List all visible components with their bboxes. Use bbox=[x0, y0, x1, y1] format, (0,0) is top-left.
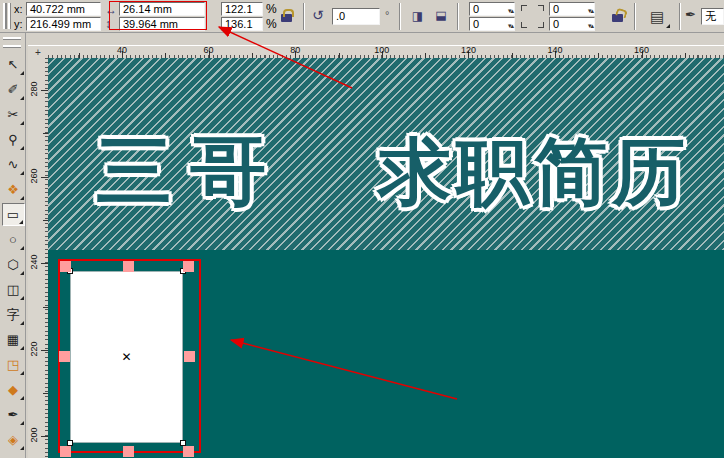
basic-shapes-icon: ◫ bbox=[7, 282, 19, 297]
y-label: y: bbox=[14, 18, 23, 30]
scale-lock-icon[interactable] bbox=[281, 14, 292, 22]
mirror-vertical-icon: ◨ bbox=[433, 11, 450, 22]
crop-tool[interactable]: ✂ bbox=[2, 103, 25, 126]
vertical-ruler[interactable]: 280260240220200 bbox=[28, 58, 48, 458]
ruler-label: 260 bbox=[29, 161, 39, 191]
node-edit-icon: ✐ bbox=[8, 82, 19, 97]
pick-tool[interactable]: ↖ bbox=[2, 53, 25, 76]
outline-pen-icon: ✒ bbox=[8, 407, 19, 422]
blend-icon: ◳ bbox=[7, 357, 19, 372]
ruler-tick bbox=[41, 263, 48, 264]
table-icon: ▦ bbox=[7, 332, 19, 347]
ruler-label: 240 bbox=[29, 247, 39, 277]
corner-radius-bottom-left-field[interactable]: 0▾▴ bbox=[469, 17, 515, 31]
interactive-blend-tool[interactable]: ◳ bbox=[2, 353, 25, 376]
outline-pen-icon: ✒ bbox=[685, 9, 696, 21]
ruler-label: 100 bbox=[374, 45, 389, 55]
ruler-origin[interactable]: + bbox=[28, 45, 48, 58]
basic-shapes-tool[interactable]: ◫ bbox=[2, 278, 25, 301]
object-width-field[interactable]: 26.14 mm bbox=[119, 2, 205, 16]
separator bbox=[634, 3, 636, 30]
selection-handle[interactable] bbox=[60, 261, 71, 272]
flyout-arrow-icon bbox=[666, 24, 670, 28]
property-bar: x: 40.722 mm y: 216.499 mm ↔ 26.14 mm ↕ … bbox=[0, 0, 724, 33]
selection-handle[interactable] bbox=[123, 261, 134, 272]
mirror-vertical-button[interactable]: ◨ bbox=[431, 8, 452, 26]
spinner-arrows-icon[interactable]: ▾▴ bbox=[588, 5, 593, 17]
separator bbox=[679, 3, 681, 30]
polygon-tool[interactable]: ⬡ bbox=[2, 253, 25, 276]
ruler-tick bbox=[41, 177, 48, 178]
ruler-label: 40 bbox=[117, 45, 127, 55]
freehand-tool[interactable]: ∿ bbox=[2, 153, 25, 176]
table-tool[interactable]: ▦ bbox=[2, 328, 25, 351]
selection-handle[interactable] bbox=[184, 351, 195, 362]
fill-tool[interactable]: ◆ bbox=[2, 378, 25, 401]
horizontal-ruler[interactable]: 406080100120140160 bbox=[48, 45, 724, 58]
polygon-icon: ⬡ bbox=[7, 257, 18, 272]
separator bbox=[399, 3, 401, 30]
mirror-horizontal-button[interactable]: ◨ bbox=[407, 8, 428, 26]
scale-x-field[interactable]: 122.1 bbox=[221, 2, 263, 16]
ruler-label: 160 bbox=[634, 45, 649, 55]
spinner-arrows-icon[interactable]: ▾▴ bbox=[588, 20, 593, 32]
toolbox-grip[interactable] bbox=[3, 37, 21, 45]
rotate-icon: ↺ bbox=[312, 9, 324, 21]
corner-radius-top-right-field[interactable]: 0▾▴ bbox=[549, 2, 595, 16]
zoom-tool[interactable]: ⚲ bbox=[2, 128, 25, 151]
selection-highlight-box bbox=[58, 259, 201, 453]
scale-y-field[interactable]: 136.1 bbox=[221, 17, 263, 31]
smart-fill-tool[interactable]: ❖ bbox=[2, 178, 25, 201]
curve-icon: ∿ bbox=[8, 157, 19, 172]
corner-radius-top-left-field[interactable]: 0▾▴ bbox=[469, 2, 515, 16]
rectangle-icon: ▭ bbox=[7, 207, 19, 222]
percent-sign: % bbox=[266, 17, 277, 31]
x-position-field[interactable]: 40.722 mm bbox=[26, 2, 101, 16]
rotation-field[interactable]: .0 bbox=[332, 8, 380, 25]
fill-color-icon: ◈ bbox=[8, 432, 18, 447]
paint-bucket-icon: ◆ bbox=[8, 382, 18, 397]
corner-lock-icon[interactable] bbox=[612, 14, 623, 22]
toolbox-items: ↖✐✂⚲∿❖▭○⬡◫字▦◳◆✒◈ bbox=[0, 51, 26, 453]
ruler-label: 120 bbox=[461, 45, 476, 55]
mirror-horizontal-icon: ◨ bbox=[412, 9, 423, 23]
drawing-canvas[interactable]: 三哥 求职简历 ✕ bbox=[48, 58, 724, 458]
toolbar-grip[interactable] bbox=[3, 3, 10, 29]
spinner-arrows-icon[interactable]: ▾▴ bbox=[508, 5, 513, 17]
ruler-label: 60 bbox=[204, 45, 214, 55]
degree-sign: ° bbox=[385, 9, 389, 21]
object-height-field[interactable]: 39.964 mm bbox=[119, 17, 205, 31]
ruler-label: 220 bbox=[29, 334, 39, 364]
object-height-icon: ↕ bbox=[105, 18, 111, 30]
magnifier-icon: ⚲ bbox=[8, 132, 18, 147]
ruler-label: 200 bbox=[29, 420, 39, 450]
selection-handle[interactable] bbox=[123, 446, 134, 457]
selection-handle[interactable] bbox=[60, 446, 71, 457]
fill-color-tool[interactable]: ◈ bbox=[2, 428, 25, 451]
ellipse-icon: ○ bbox=[9, 232, 17, 247]
text-icon: 字 bbox=[7, 306, 20, 324]
crop-knife-icon: ✂ bbox=[8, 107, 19, 122]
ruler-tick bbox=[41, 350, 48, 351]
shape-tool[interactable]: ✐ bbox=[2, 78, 25, 101]
text-tool[interactable]: 字 bbox=[2, 303, 25, 326]
selection-handle[interactable] bbox=[59, 351, 70, 362]
ellipse-tool[interactable]: ○ bbox=[2, 228, 25, 251]
wrap-text-button[interactable]: ▤ bbox=[643, 5, 671, 29]
y-position-field[interactable]: 216.499 mm bbox=[26, 17, 101, 31]
selection-handle[interactable] bbox=[183, 446, 194, 457]
spinner-arrows-icon[interactable]: ▾▴ bbox=[508, 20, 513, 32]
outline-width-dropdown[interactable]: 无 bbox=[701, 8, 724, 25]
separator bbox=[457, 3, 459, 30]
ruler-label: 80 bbox=[290, 45, 300, 55]
ruler-label: 140 bbox=[547, 45, 562, 55]
corner-brackets-icon bbox=[521, 5, 544, 28]
rectangle-tool[interactable]: ▭ bbox=[2, 203, 25, 226]
selection-handle[interactable] bbox=[183, 261, 194, 272]
ruler-tick bbox=[41, 90, 48, 91]
outline-pen-tool[interactable]: ✒ bbox=[2, 403, 25, 426]
headline-title-text[interactable]: 求职简历 bbox=[378, 124, 690, 223]
headline-name-text[interactable]: 三哥 bbox=[96, 121, 284, 224]
corner-radius-bottom-right-field[interactable]: 0▾▴ bbox=[549, 17, 595, 31]
cursor-arrow-icon: ↖ bbox=[8, 57, 19, 72]
